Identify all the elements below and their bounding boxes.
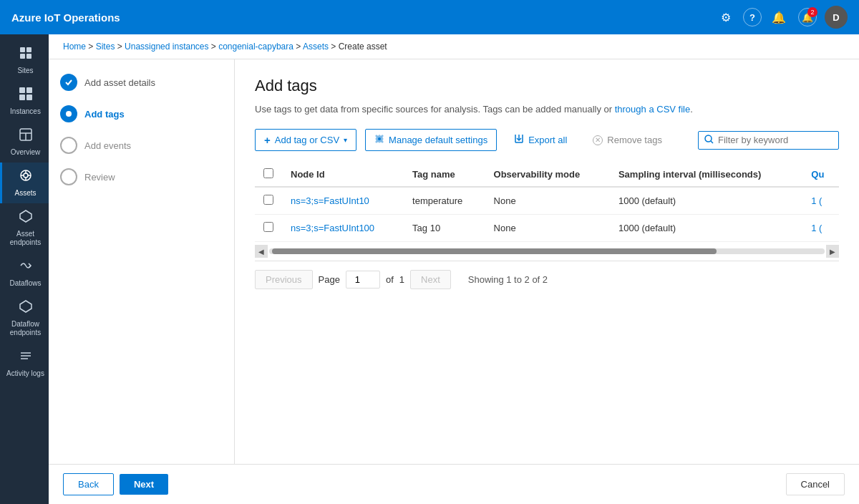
sidebar-item-sites[interactable]: Sites xyxy=(0,40,49,81)
breadcrumb-home[interactable]: Home xyxy=(63,42,86,52)
step-add-events[interactable]: Add events xyxy=(60,137,223,154)
search-icon xyxy=(704,135,714,146)
breadcrumb-assets[interactable]: Assets xyxy=(303,42,329,52)
top-nav-icons: ⚙ ? 🔔 🔔 2 D xyxy=(714,6,848,29)
select-all-header[interactable] xyxy=(255,163,282,187)
svg-rect-5 xyxy=(26,87,32,93)
svg-point-12 xyxy=(24,173,28,178)
add-tag-csv-button[interactable]: + Add tag or CSV ▾ xyxy=(255,129,356,151)
step-circle-add-asset-details xyxy=(60,74,77,91)
form-area: Add tags Use tags to get data from speci… xyxy=(235,59,859,464)
col-qu: Qu xyxy=(802,163,839,187)
scroll-thumb xyxy=(272,248,717,254)
col-sampling-interval: Sampling interval (milliseconds) xyxy=(610,163,802,187)
filter-input[interactable] xyxy=(718,135,833,145)
scroll-left-btn[interactable]: ◀ xyxy=(255,245,268,258)
row2-qu: 1 ( xyxy=(802,215,839,242)
scroll-track[interactable] xyxy=(269,248,825,254)
step-circle-add-events xyxy=(60,137,77,154)
help-icon[interactable]: ? xyxy=(743,8,762,26)
pagination-bar: Previous Page of 1 Next Showing 1 to 2 o… xyxy=(255,261,839,298)
avatar[interactable]: D xyxy=(825,6,848,29)
remove-icon: ✕ xyxy=(593,135,603,145)
breadcrumb: Home > Sites > Unassigned instances > co… xyxy=(49,34,859,59)
breadcrumb-sites[interactable]: Sites xyxy=(96,42,115,52)
svg-rect-7 xyxy=(26,94,32,100)
table-row: ns=3;s=FastUInt10 temperature None 1000 … xyxy=(255,187,839,215)
sites-icon xyxy=(19,46,33,64)
sidebar: Sites Instances Overview Assets Asset en… xyxy=(0,34,49,504)
sidebar-item-assets[interactable]: Assets xyxy=(0,163,49,203)
app-title: Azure IoT Operations xyxy=(11,11,714,24)
horizontal-scrollbar[interactable]: ◀ ▶ xyxy=(255,245,839,258)
plus-icon: + xyxy=(264,134,271,146)
step-label-add-asset-details: Add asset details xyxy=(84,77,155,88)
form-title: Add tags xyxy=(255,77,839,95)
chevron-down-icon: ▾ xyxy=(344,136,347,144)
breadcrumb-congenial-capybara[interactable]: congenial-capybara xyxy=(218,42,293,52)
sidebar-item-overview[interactable]: Overview xyxy=(0,122,49,163)
activity-logs-icon xyxy=(19,349,33,367)
content-area: Home > Sites > Unassigned instances > co… xyxy=(49,34,859,504)
top-nav: Azure IoT Operations ⚙ ? 🔔 🔔 2 D xyxy=(0,0,859,34)
dataflows-icon xyxy=(19,258,33,276)
steps-panel: Add asset details Add tags Add events Re… xyxy=(49,59,235,464)
next-button[interactable]: Next xyxy=(410,270,451,289)
sidebar-item-label-overview: Overview xyxy=(11,148,41,157)
main-layout: Sites Instances Overview Assets Asset en… xyxy=(0,34,859,504)
back-button[interactable]: Back xyxy=(63,473,114,495)
notification-icon[interactable]: 🔔 2 xyxy=(796,6,819,29)
step-review[interactable]: Review xyxy=(60,168,223,185)
sidebar-item-label-dataflow-endpoints: Dataflow endpoints xyxy=(5,320,46,337)
remove-tags-button[interactable]: ✕ Remove tags xyxy=(584,130,671,150)
assets-icon xyxy=(19,168,33,186)
bell-icon[interactable]: 🔔 xyxy=(767,6,790,29)
settings-icon[interactable]: ⚙ xyxy=(714,6,737,29)
sidebar-item-instances[interactable]: Instances xyxy=(0,81,49,122)
filter-input-wrap[interactable] xyxy=(698,131,839,150)
svg-rect-1 xyxy=(26,47,31,52)
svg-rect-4 xyxy=(19,87,25,93)
row1-checkbox-cell[interactable] xyxy=(255,187,282,215)
csv-link[interactable]: through a CSV file xyxy=(615,104,691,115)
sidebar-item-activity-logs[interactable]: Activity logs xyxy=(0,343,49,384)
table-scroll-area: Node Id Tag name Observability mode Samp… xyxy=(255,163,839,242)
breadcrumb-unassigned-instances[interactable]: Unassigned instances xyxy=(125,42,208,52)
svg-rect-6 xyxy=(19,94,25,100)
svg-point-28 xyxy=(705,135,712,142)
sidebar-item-dataflows[interactable]: Dataflows xyxy=(0,253,49,294)
row2-observability-mode: None xyxy=(485,215,610,242)
svg-rect-0 xyxy=(20,47,25,52)
row1-node-id[interactable]: ns=3;s=FastUInt10 xyxy=(282,187,404,215)
next-button-bottom[interactable]: Next xyxy=(120,474,168,495)
form-subtitle: Use tags to get data from specific sourc… xyxy=(255,104,839,115)
previous-button[interactable]: Previous xyxy=(255,270,313,289)
row2-checkbox-cell[interactable] xyxy=(255,215,282,242)
svg-marker-17 xyxy=(20,210,31,222)
notification-badge: 2 xyxy=(807,7,817,17)
svg-rect-3 xyxy=(26,54,31,59)
select-all-checkbox[interactable] xyxy=(263,168,273,178)
breadcrumb-current: Create asset xyxy=(339,42,387,52)
row1-tag-name: temperature xyxy=(404,187,485,215)
sidebar-item-dataflow-endpoints[interactable]: Dataflow endpoints xyxy=(0,294,49,343)
toolbar: + Add tag or CSV ▾ Manage default settin… xyxy=(255,129,839,151)
row2-node-id[interactable]: ns=3;s=FastUInt100 xyxy=(282,215,404,242)
step-add-tags[interactable]: Add tags xyxy=(60,105,223,122)
sidebar-item-asset-endpoints[interactable]: Asset endpoints xyxy=(0,203,49,253)
cancel-button[interactable]: Cancel xyxy=(786,473,845,495)
page-input[interactable] xyxy=(346,271,380,289)
row1-checkbox[interactable] xyxy=(263,195,273,205)
step-add-asset-details[interactable]: Add asset details xyxy=(60,74,223,91)
export-all-button[interactable]: Export all xyxy=(505,130,576,150)
col-tag-name: Tag name xyxy=(404,163,485,187)
svg-line-29 xyxy=(711,141,713,143)
svg-rect-2 xyxy=(20,54,25,59)
row2-checkbox[interactable] xyxy=(263,222,273,232)
scroll-right-btn[interactable]: ▶ xyxy=(826,245,839,258)
row1-qu: 1 ( xyxy=(802,187,839,215)
sidebar-item-label-assets: Assets xyxy=(14,189,36,198)
sidebar-item-label-activity-logs: Activity logs xyxy=(6,369,44,378)
sidebar-item-label-instances: Instances xyxy=(10,107,41,116)
manage-default-settings-button[interactable]: Manage default settings xyxy=(365,129,497,151)
